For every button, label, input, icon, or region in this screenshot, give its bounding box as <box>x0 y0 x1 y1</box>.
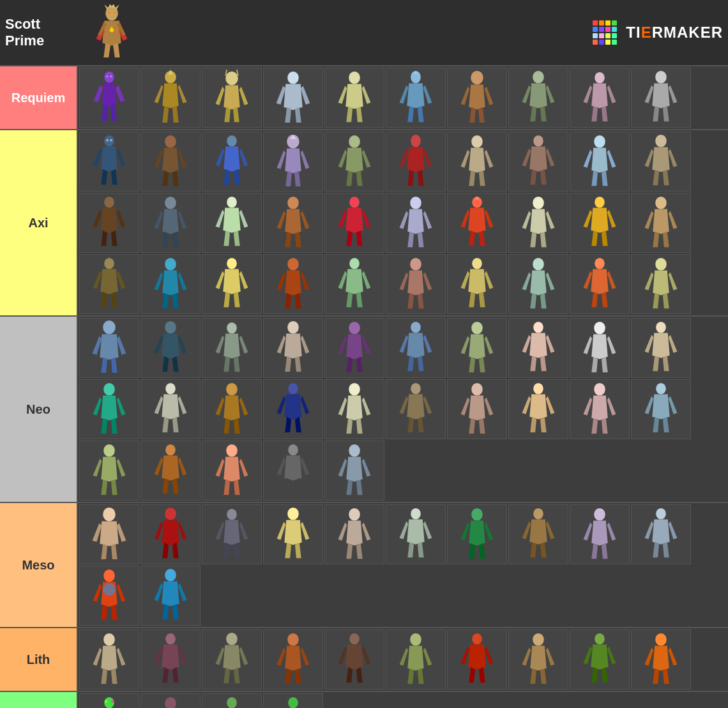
list-item <box>202 254 262 314</box>
svg-point-26 <box>594 135 605 148</box>
list-item <box>79 68 139 128</box>
list-item <box>202 504 262 564</box>
svg-point-25 <box>533 135 543 147</box>
svg-point-58 <box>103 383 115 396</box>
list-item <box>570 68 630 128</box>
grid-cell-4 <box>612 20 617 26</box>
header-char-svg <box>86 4 137 61</box>
svg-point-79 <box>471 508 483 521</box>
grid-cell-8 <box>612 27 617 32</box>
list-item <box>202 318 262 378</box>
tiermaker-text: TiERMAKER <box>626 24 723 41</box>
list-item <box>631 254 691 314</box>
svg-point-47 <box>655 258 667 271</box>
svg-point-49 <box>165 321 176 334</box>
tier-lith: Lith <box>0 628 728 692</box>
svg-point-91 <box>410 633 421 646</box>
list-item <box>140 254 201 314</box>
list-item <box>508 254 568 314</box>
list-item <box>386 132 446 192</box>
svg-point-92 <box>472 633 482 645</box>
tier-content-axi <box>77 130 728 315</box>
grid-cell-13 <box>593 40 598 45</box>
list-item <box>508 68 568 128</box>
list-item <box>570 132 630 192</box>
svg-point-86 <box>103 633 115 646</box>
svg-point-44 <box>472 258 482 269</box>
svg-point-84 <box>103 583 116 596</box>
list-item <box>140 441 201 501</box>
list-item <box>386 254 446 314</box>
svg-point-30 <box>227 197 237 208</box>
svg-point-13 <box>533 71 544 84</box>
list-item <box>79 629 139 689</box>
list-item <box>447 504 507 564</box>
list-item <box>570 629 630 689</box>
list-item <box>631 504 691 564</box>
list-item <box>79 318 139 378</box>
list-item <box>631 68 691 128</box>
list-item <box>79 254 139 314</box>
list-item <box>79 132 139 192</box>
svg-point-57 <box>656 322 666 333</box>
grid-cell-9 <box>593 33 598 38</box>
svg-point-54 <box>471 322 483 335</box>
list-item <box>447 379 507 439</box>
svg-point-22 <box>349 135 360 148</box>
svg-point-6 <box>110 75 112 77</box>
grid-cell-6 <box>599 27 604 32</box>
svg-point-36 <box>595 197 605 208</box>
svg-point-20 <box>227 135 237 147</box>
svg-point-98 <box>111 700 114 703</box>
svg-point-29 <box>165 197 176 209</box>
svg-point-89 <box>287 633 299 646</box>
list-item <box>508 193 568 253</box>
grid-cell-12 <box>612 33 617 38</box>
svg-point-60 <box>226 383 238 396</box>
svg-point-62 <box>349 383 360 396</box>
list-item <box>631 318 691 378</box>
list-item <box>324 504 384 564</box>
list-item <box>324 318 384 378</box>
svg-point-95 <box>655 633 667 646</box>
list-item <box>140 566 201 626</box>
svg-point-65 <box>533 383 543 395</box>
svg-point-94 <box>595 633 605 645</box>
svg-point-53 <box>411 322 421 333</box>
list-item <box>202 629 262 689</box>
svg-point-82 <box>656 508 666 520</box>
list-item <box>631 629 691 689</box>
tier-content-meso <box>77 503 728 627</box>
grid-cell-14 <box>599 40 604 45</box>
list-item <box>79 693 139 708</box>
svg-point-41 <box>287 258 299 271</box>
svg-point-8 <box>225 72 238 86</box>
list-item <box>386 504 446 564</box>
list-item <box>202 193 262 253</box>
list-item <box>447 193 507 253</box>
list-item <box>324 379 384 439</box>
list-item <box>570 254 630 314</box>
svg-point-67 <box>656 383 666 395</box>
svg-point-33 <box>410 197 421 209</box>
list-item <box>386 379 446 439</box>
list-item <box>263 318 323 378</box>
svg-point-87 <box>165 633 176 645</box>
svg-point-68 <box>103 444 115 457</box>
page-title: Scott Prime <box>5 16 82 49</box>
list-item <box>140 379 201 439</box>
list-item <box>263 254 323 314</box>
tier-label-lith: Lith <box>0 628 77 691</box>
svg-point-27 <box>655 135 667 147</box>
list-item <box>140 318 201 378</box>
list-item <box>324 629 384 689</box>
list-item <box>447 318 507 378</box>
svg-point-97 <box>105 700 107 703</box>
tiermaker-logo: TiERMAKER <box>593 20 723 45</box>
svg-point-28 <box>104 197 114 208</box>
list-item <box>631 132 691 192</box>
svg-point-66 <box>594 383 605 396</box>
tier-content-lith <box>77 628 728 691</box>
svg-point-46 <box>595 258 605 269</box>
svg-point-99 <box>165 697 176 708</box>
